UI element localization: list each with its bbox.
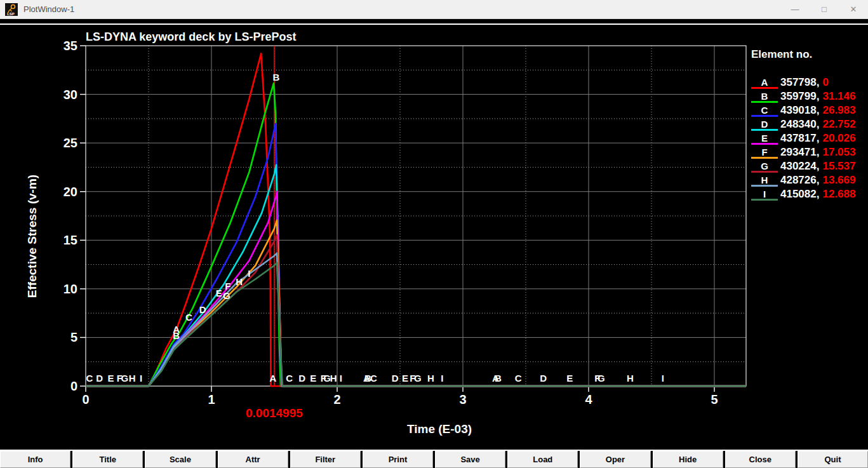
legend-cursor-value: 0 bbox=[822, 76, 828, 89]
y-tick-label: 25 bbox=[63, 136, 77, 150]
curve-F bbox=[86, 220, 746, 386]
legend-element-number: 437817 bbox=[780, 132, 817, 145]
minimize-icon: — bbox=[791, 4, 799, 14]
toolbar-button-close[interactable]: Close bbox=[725, 451, 796, 468]
legend-entry-A: A357798,0 bbox=[751, 75, 867, 89]
legend-entry-E: E437817,20.026 bbox=[751, 131, 867, 145]
curve-letter-marker-G: G bbox=[598, 373, 605, 384]
y-tick-label: 0 bbox=[70, 379, 77, 393]
y-axis-title: Effective Stress (v-m) bbox=[25, 175, 39, 298]
toolbar-button-oper[interactable]: Oper bbox=[580, 451, 650, 468]
plot-title: LS-DYNA keyword deck by LS-PrePost bbox=[86, 30, 296, 43]
x-tick-label: 3 bbox=[459, 392, 466, 406]
legend-cursor-value: 20.026 bbox=[822, 132, 855, 145]
curve-letter-marker-C: C bbox=[515, 373, 522, 384]
legend-entry-G: G430224,15.537 bbox=[751, 159, 867, 173]
x-tick-label: 4 bbox=[585, 392, 592, 406]
curve-D bbox=[86, 165, 746, 386]
legend-entry-H: H428726,13.669 bbox=[751, 173, 867, 187]
curve-letter-marker-G: G bbox=[121, 373, 129, 384]
toolbar-button-filter[interactable]: Filter bbox=[290, 451, 361, 468]
svg-text:LSP: LSP bbox=[7, 11, 15, 15]
legend-comma: , bbox=[817, 104, 820, 117]
curve-letter-marker-I: I bbox=[340, 373, 342, 384]
legend-line-sample-E: E bbox=[751, 133, 778, 145]
curve-letter-marker-D: D bbox=[298, 373, 305, 384]
x-axis-title: Time (E-03) bbox=[407, 422, 472, 436]
toolbar: InfoTitleScaleAttrFilterPrintSaveLoadOpe… bbox=[0, 450, 868, 468]
legend-line-sample-A: A bbox=[751, 77, 778, 89]
legend: Element no. A357798,0B359799,31.146C4390… bbox=[751, 48, 867, 201]
y-tick-label: 20 bbox=[63, 185, 77, 199]
cursor-time-label: 0.0014995 bbox=[246, 406, 303, 420]
legend-cursor-value: 17.053 bbox=[822, 146, 855, 159]
legend-line-sample-C: C bbox=[751, 105, 778, 117]
legend-cursor-value: 22.752 bbox=[822, 118, 855, 131]
x-tick-label: 2 bbox=[333, 392, 340, 406]
legend-entry-I: I415082,12.688 bbox=[751, 187, 867, 201]
curve-letter-marker-D: D bbox=[540, 373, 547, 384]
toolbar-button-title[interactable]: Title bbox=[72, 451, 143, 468]
x-tick-label: 1 bbox=[208, 392, 215, 406]
curve-letter-marker-H: H bbox=[627, 373, 634, 384]
toolbar-button-quit[interactable]: Quit bbox=[798, 451, 868, 468]
legend-element-number: 293471 bbox=[780, 146, 817, 159]
legend-cursor-value: 26.983 bbox=[822, 104, 855, 117]
legend-line-sample-D: D bbox=[751, 119, 778, 131]
plot-window: LSP PlotWindow-1 — □ ✕ 01234505101520253… bbox=[0, 0, 868, 468]
toolbar-button-save[interactable]: Save bbox=[435, 451, 505, 468]
curve-letter-marker-H: H bbox=[427, 373, 434, 384]
curve-letter-marker-B: B bbox=[495, 373, 502, 384]
curve-letter-marker-H: H bbox=[129, 373, 136, 384]
lsprepost-app-icon: LSP bbox=[5, 3, 18, 16]
curve-letter-marker-H: H bbox=[236, 276, 243, 287]
curve-letter-marker-G: G bbox=[223, 290, 230, 301]
y-tick-label: 15 bbox=[63, 233, 77, 247]
minimize-button[interactable]: — bbox=[780, 0, 810, 19]
y-tick-label: 35 bbox=[63, 39, 77, 53]
curve-letter-marker-E: E bbox=[310, 373, 316, 384]
plot-canvas[interactable]: 01234505101520253035LS-DYNA keyword deck… bbox=[0, 19, 868, 450]
legend-comma: , bbox=[817, 90, 820, 103]
curve-letter-marker-B: B bbox=[173, 330, 180, 341]
window-controls: — □ ✕ bbox=[780, 0, 868, 19]
curve-letter-marker-I: I bbox=[140, 373, 142, 384]
toolbar-button-info[interactable]: Info bbox=[0, 451, 70, 468]
curve-letter-marker-D: D bbox=[199, 304, 206, 315]
legend-comma: , bbox=[817, 188, 820, 201]
x-tick-label: 5 bbox=[711, 392, 718, 406]
close-button[interactable]: ✕ bbox=[839, 0, 868, 19]
curve-letter-marker-H: H bbox=[330, 373, 337, 384]
legend-element-number: 359799 bbox=[780, 90, 817, 103]
curve-letter-marker-B: B bbox=[273, 72, 280, 83]
legend-line-sample-H: H bbox=[751, 175, 778, 187]
titlebar: LSP PlotWindow-1 — □ ✕ bbox=[0, 0, 868, 19]
legend-line-sample-I: I bbox=[751, 189, 778, 201]
toolbar-button-attr[interactable]: Attr bbox=[218, 451, 288, 468]
legend-comma: , bbox=[817, 132, 820, 145]
legend-comma: , bbox=[817, 174, 820, 187]
curve-G bbox=[86, 235, 746, 386]
curve-letter-marker-E: E bbox=[402, 373, 408, 384]
toolbar-button-hide[interactable]: Hide bbox=[653, 451, 723, 468]
y-tick-label: 5 bbox=[70, 330, 77, 344]
legend-line-sample-F: F bbox=[751, 147, 778, 159]
maximize-icon: □ bbox=[822, 4, 827, 14]
toolbar-button-print[interactable]: Print bbox=[363, 451, 433, 468]
legend-comma: , bbox=[817, 160, 820, 173]
curve-letter-marker-A: A bbox=[270, 373, 277, 384]
curve-letter-marker-E: E bbox=[108, 373, 114, 384]
legend-line-sample-G: G bbox=[751, 161, 778, 173]
maximize-button[interactable]: □ bbox=[810, 0, 839, 19]
legend-cursor-value: 31.146 bbox=[822, 90, 855, 103]
close-icon: ✕ bbox=[850, 4, 857, 14]
plot-area: 01234505101520253035LS-DYNA keyword deck… bbox=[0, 19, 868, 450]
x-tick-label: 0 bbox=[82, 392, 89, 406]
toolbar-button-load[interactable]: Load bbox=[507, 451, 578, 468]
legend-cursor-value: 13.669 bbox=[822, 174, 855, 187]
curve-letter-marker-I: I bbox=[441, 373, 443, 384]
legend-comma: , bbox=[817, 146, 820, 159]
curve-letter-marker-C: C bbox=[370, 373, 377, 384]
toolbar-button-scale[interactable]: Scale bbox=[145, 451, 215, 468]
legend-line-sample-B: B bbox=[751, 91, 778, 103]
